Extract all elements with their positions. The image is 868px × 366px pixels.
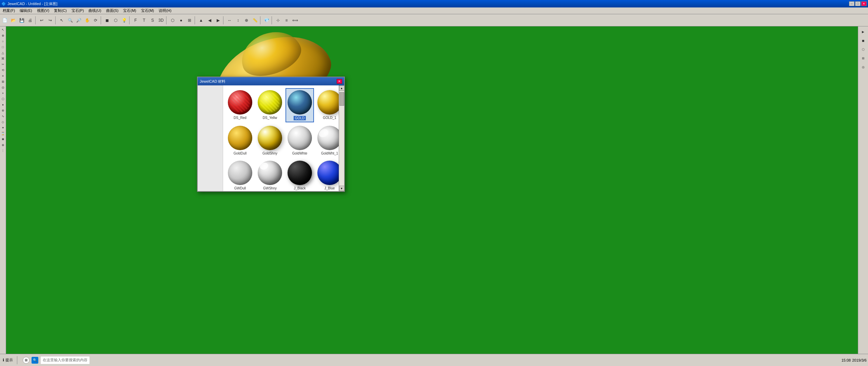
left-tool-5[interactable]: △	[0, 50, 6, 56]
tool-dist[interactable]: ⟺	[291, 16, 299, 24]
material-name-goldshiny: GoldShny	[262, 151, 277, 155]
tool-material[interactable]: ⬡	[112, 16, 120, 24]
left-tool-4[interactable]: □	[0, 44, 6, 50]
menu-file[interactable]: 档案(F)	[1, 7, 17, 14]
tool-gem-place[interactable]: 💎	[262, 16, 271, 24]
toolbar-separator-1	[35, 16, 37, 24]
material-grid-container: DS_Red DS_Yellw GOLD GOLD_1	[223, 85, 339, 191]
left-tool-13[interactable]: ⬡	[0, 96, 6, 102]
tool-front[interactable]: F	[132, 16, 140, 24]
taskbar-search[interactable]: 在这里输入你要搜索的内容	[40, 356, 90, 364]
maximize-button[interactable]: □	[855, 1, 861, 6]
material-gold[interactable]: GOLD	[285, 88, 314, 122]
scrollbar-thumb[interactable]	[339, 92, 344, 106]
right-tool-1[interactable]: ▶	[859, 28, 867, 36]
scrollbar-track	[339, 91, 344, 186]
left-tool-9[interactable]: ≡	[0, 73, 6, 79]
left-tool-8[interactable]: ⟲	[0, 67, 6, 73]
taskbar-search-btn[interactable]: 🔍	[32, 357, 38, 364]
tool-grid[interactable]: ⊞	[185, 16, 194, 24]
left-tool-18[interactable]: ✦	[0, 125, 6, 130]
right-tool-4[interactable]: ⊞	[859, 54, 867, 62]
status-hint: ℹ 提示	[1, 354, 14, 366]
menu-gem3[interactable]: 宝石(M)	[139, 7, 156, 14]
material-goldwhite1[interactable]: GoldWht_1	[315, 124, 339, 157]
material-golddull[interactable]: GoldDull	[226, 124, 254, 157]
tool-align[interactable]: ≡	[282, 16, 291, 24]
material-gwshiny[interactable]: GWShny	[256, 159, 284, 191]
left-tool-3[interactable]: ○	[0, 39, 6, 44]
menu-help[interactable]: 说明(H)	[157, 7, 173, 14]
left-tool-1[interactable]: ↖	[0, 27, 6, 33]
left-tool-16[interactable]: ∿	[0, 114, 6, 119]
dialog-close-button[interactable]: ✕	[337, 79, 342, 84]
right-tool-5[interactable]: ◎	[859, 63, 867, 71]
left-tool-2[interactable]: ⊕	[0, 33, 6, 38]
menu-copy[interactable]: 复制(C)	[52, 7, 68, 14]
status-separator	[17, 356, 17, 364]
taskbar-start[interactable]: ⊞	[23, 357, 29, 364]
material-gwdull[interactable]: GWDull	[226, 159, 254, 191]
menu-edit[interactable]: 编辑(E)	[18, 7, 34, 14]
dialog-title-text: JewelCAD 材料	[200, 79, 225, 84]
tool-snap[interactable]: ⊕	[242, 16, 251, 24]
left-tool-11[interactable]: ◎	[0, 85, 6, 90]
tool-coord[interactable]: ⊹	[274, 16, 282, 24]
tool-zoom-out[interactable]: 🔎	[75, 16, 83, 24]
left-tool-12[interactable]: ⌖	[0, 90, 6, 96]
left-tool-6[interactable]: ⌘	[0, 56, 6, 61]
left-tool-22[interactable]: ⋮	[0, 148, 6, 154]
close-button[interactable]: ✕	[861, 1, 867, 6]
material-goldwhite[interactable]: GoldWhte	[285, 124, 314, 157]
tool-save[interactable]: 💾	[18, 16, 26, 24]
left-tool-7[interactable]: ✂	[0, 62, 6, 67]
menu-surface[interactable]: 曲面(S)	[104, 7, 121, 14]
scrollbar-up-button[interactable]: ▲	[339, 85, 344, 91]
tool-shade[interactable]: ●	[177, 16, 185, 24]
menu-curve[interactable]: 曲线(U)	[86, 7, 103, 14]
left-tool-21[interactable]: ⊗	[0, 142, 6, 148]
left-tool-10[interactable]: ⊞	[0, 79, 6, 84]
tool-top[interactable]: T	[140, 16, 148, 24]
tool-side[interactable]: S	[149, 16, 157, 24]
material-gold1[interactable]: GOLD_1	[315, 88, 339, 122]
toolbar-separator-9	[272, 16, 273, 24]
tool-triangle[interactable]: ▲	[197, 16, 205, 24]
material-ds-yellow[interactable]: DS_Yellw	[256, 88, 284, 122]
left-tool-15[interactable]: ⊛	[0, 108, 6, 113]
tool-select[interactable]: ↖	[58, 16, 66, 24]
tool-light[interactable]: 💡	[120, 16, 128, 24]
tool-print[interactable]: 🖨	[26, 16, 34, 24]
material-goldshiny[interactable]: GoldShny	[256, 124, 284, 157]
tool-new[interactable]: 📄	[1, 16, 9, 24]
left-tool-19[interactable]: ⌛	[0, 131, 6, 136]
left-tool-20[interactable]: ✱	[0, 137, 6, 142]
material-jblue[interactable]: J_Blue	[315, 159, 339, 191]
menu-gem[interactable]: 宝石(P)	[70, 7, 86, 14]
material-ds-red[interactable]: DS_Red	[226, 88, 254, 122]
tool-redo[interactable]: ↪	[46, 16, 54, 24]
left-tool-14[interactable]: ♦	[0, 102, 6, 107]
menu-view[interactable]: 视图(V)	[35, 7, 52, 14]
dialog-title-bar[interactable]: JewelCAD 材料 ✕	[198, 77, 344, 85]
menu-gem2[interactable]: 宝石(M)	[121, 7, 138, 14]
tool-arrow-left[interactable]: ◀	[205, 16, 214, 24]
tool-wire[interactable]: ⬡	[169, 16, 177, 24]
material-jblack[interactable]: J_Black	[285, 159, 314, 191]
right-tool-3[interactable]: ⬡	[859, 45, 867, 54]
tool-zoom-in[interactable]: 🔍	[66, 16, 74, 24]
tool-open[interactable]: 📂	[9, 16, 17, 24]
tool-arrow-right[interactable]: ▶	[214, 16, 222, 24]
left-tool-17[interactable]: ◇	[0, 119, 6, 125]
tool-measure[interactable]: 📏	[251, 16, 259, 24]
tool-rotate[interactable]: ⟳	[92, 16, 100, 24]
tool-3d[interactable]: 3D	[157, 16, 165, 24]
minimize-button[interactable]: ─	[849, 1, 854, 6]
tool-mirror-h[interactable]: ↔	[225, 16, 234, 24]
tool-undo[interactable]: ↩	[38, 16, 46, 24]
scrollbar-down-button[interactable]: ▼	[339, 186, 344, 191]
tool-mirror-v[interactable]: ↕	[234, 16, 242, 24]
tool-render[interactable]: ◼	[103, 16, 111, 24]
right-tool-2[interactable]: ◼	[859, 37, 867, 45]
tool-pan[interactable]: ✋	[83, 16, 91, 24]
